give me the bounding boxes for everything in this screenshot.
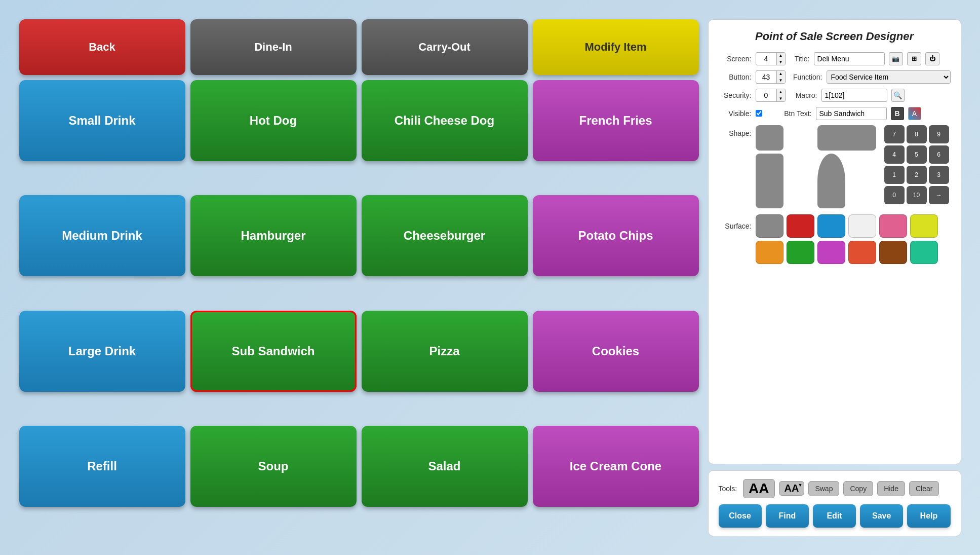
menu-btn-hot-dog[interactable]: Hot Dog — [190, 80, 357, 161]
menu-btn-refill[interactable]: Refill — [19, 426, 185, 507]
btn-text-input[interactable] — [816, 107, 887, 120]
menu-btn-french-fries[interactable]: French Fries — [533, 80, 699, 161]
swap-button[interactable]: Swap — [808, 481, 839, 496]
security-down[interactable]: ▼ — [777, 95, 785, 102]
camera-icon-btn[interactable]: 📷 — [889, 52, 903, 65]
function-label: Function: — [790, 73, 822, 81]
menu-btn-small-drink[interactable]: Small Drink — [19, 80, 185, 161]
menu-btn-cheeseburger[interactable]: Cheeseburger — [362, 195, 528, 276]
edit-button[interactable]: Edit — [813, 504, 856, 528]
visible-checkbox[interactable] — [756, 110, 762, 117]
button-up[interactable]: ▲ — [777, 70, 785, 77]
shape-num-btn-3[interactable]: 4 — [884, 145, 905, 164]
menu-btn-cookies[interactable]: Cookies — [533, 311, 699, 392]
shape-num-btn-10[interactable]: 10 — [907, 186, 927, 204]
save-button[interactable]: Save — [860, 504, 903, 528]
surface-label: Surface: — [719, 222, 752, 230]
button-down[interactable]: ▼ — [777, 77, 785, 84]
menu-btn-soup[interactable]: Soup — [190, 426, 357, 507]
screen-down[interactable]: ▼ — [777, 59, 785, 65]
modify-item-button[interactable]: Modify Item — [533, 19, 699, 75]
macro-search-btn[interactable]: 🔍 — [891, 89, 905, 102]
shape-num-btn-1[interactable]: 8 — [907, 125, 927, 143]
surface-row1 — [756, 214, 938, 238]
surface-color-r1-0[interactable] — [756, 214, 783, 238]
copy-button[interactable]: Copy — [843, 481, 873, 496]
shape-num-btn-5[interactable]: 6 — [929, 145, 949, 164]
macro-input[interactable] — [821, 89, 887, 102]
menu-btn-pizza[interactable]: Pizza — [362, 311, 528, 392]
close-button[interactable]: Close — [719, 504, 762, 528]
designer-title: Point of Sale Screen Designer — [719, 30, 951, 43]
screen-value[interactable]: 4 — [756, 55, 776, 63]
dine-in-button[interactable]: Dine-In — [190, 19, 357, 75]
surface-color-r1-2[interactable] — [817, 214, 845, 238]
action-buttons-row: Close Find Edit Save Help — [719, 504, 951, 528]
font-color-button[interactable]: A — [908, 107, 921, 120]
shape-small-1[interactable] — [756, 125, 783, 151]
hide-button[interactable]: Hide — [877, 481, 905, 496]
title-label: Title: — [790, 55, 810, 63]
power-icon-btn[interactable]: ⏻ — [925, 52, 939, 65]
shape-num-btn-9[interactable]: 0 — [884, 186, 905, 204]
find-button[interactable]: Find — [766, 504, 809, 528]
menu-btn-chili-cheese-dog[interactable]: Chili Cheese Dog — [362, 80, 528, 161]
screen-up[interactable]: ▲ — [777, 52, 785, 59]
grid-icon-btn[interactable]: ⊞ — [907, 52, 921, 65]
shape-num-btn-0[interactable]: 7 — [884, 125, 905, 143]
menu-btn-medium-drink[interactable]: Medium Drink — [19, 195, 185, 276]
menu-btn-salad[interactable]: Salad — [362, 426, 528, 507]
surface-color-r2-0[interactable] — [756, 241, 783, 264]
menu-btn-large-drink[interactable]: Large Drink — [19, 311, 185, 392]
surface-color-r2-5[interactable] — [910, 241, 938, 264]
security-spinner[interactable]: ▲ ▼ — [756, 89, 786, 102]
security-value[interactable] — [756, 91, 776, 99]
security-up[interactable]: ▲ — [777, 89, 785, 95]
designer-panel: Point of Sale Screen Designer Screen: 4 … — [708, 19, 961, 464]
tools-label: Tools: — [719, 485, 737, 493]
shape-num-btn-2[interactable]: 9 — [929, 125, 949, 143]
shape-num-btn-4[interactable]: 5 — [907, 145, 927, 164]
shape-wide[interactable] — [817, 125, 876, 151]
surface-color-r2-2[interactable] — [817, 241, 845, 264]
carry-out-button[interactable]: Carry-Out — [362, 19, 528, 75]
surface-row2 — [756, 241, 951, 264]
button-label: Button: — [719, 73, 752, 81]
clear-button[interactable]: Clear — [909, 481, 939, 496]
help-button[interactable]: Help — [907, 504, 950, 528]
back-button[interactable]: Back — [19, 19, 185, 75]
shape-small-2[interactable] — [817, 154, 845, 208]
menu-btn-hamburger[interactable]: Hamburger — [190, 195, 357, 276]
surface-color-r2-1[interactable] — [787, 241, 814, 264]
screen-label: Screen: — [719, 55, 752, 63]
bold-button[interactable]: B — [891, 107, 904, 120]
shape-num-btn-8[interactable]: 3 — [929, 166, 949, 184]
btn-text-label: Btn Text: — [776, 109, 812, 118]
shape-large[interactable] — [756, 154, 783, 208]
shape-num-btn-6[interactable]: 1 — [884, 166, 905, 184]
button-value[interactable] — [756, 73, 776, 81]
menu-grid: Small DrinkHot DogChili Cheese DogFrench… — [19, 80, 699, 536]
surface-color-r1-3[interactable] — [848, 214, 876, 238]
surface-color-r2-3[interactable] — [848, 241, 876, 264]
font-increase-btn[interactable]: AA — [743, 479, 774, 498]
menu-btn-ice-cream-cone[interactable]: Ice Cream Cone — [533, 426, 699, 507]
shape-num-grid: 789456123010→ — [884, 125, 949, 204]
menu-btn-sub-sandwich[interactable]: Sub Sandwich — [190, 311, 357, 392]
font-decrease-btn[interactable]: AA▼ — [779, 481, 805, 496]
visible-checkbox-container[interactable] — [756, 110, 762, 117]
menu-btn-potato-chips[interactable]: Potato Chips — [533, 195, 699, 276]
tools-panel: Tools: AA AA▼ Swap Copy Hide Clear Close… — [708, 470, 961, 536]
shape-num-btn-7[interactable]: 2 — [907, 166, 927, 184]
visible-label: Visible: — [719, 109, 752, 118]
surface-color-r1-1[interactable] — [787, 214, 814, 238]
surface-color-r2-4[interactable] — [879, 241, 907, 264]
shape-num-btn-11[interactable]: → — [929, 186, 949, 204]
macro-label: Macro: — [790, 91, 817, 99]
function-select[interactable]: Food Service Item — [827, 70, 951, 84]
button-spinner[interactable]: ▲ ▼ — [756, 70, 786, 84]
title-input[interactable] — [814, 52, 885, 65]
screen-spinner[interactable]: 4 ▲ ▼ — [756, 52, 786, 65]
surface-color-r1-4[interactable] — [879, 214, 907, 238]
surface-color-r1-5[interactable] — [910, 214, 938, 238]
